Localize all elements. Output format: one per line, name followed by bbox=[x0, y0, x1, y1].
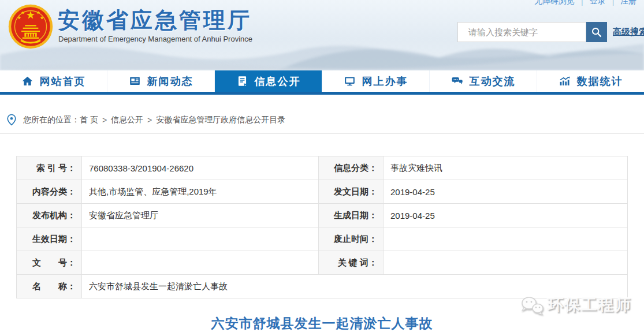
search-button[interactable] bbox=[586, 22, 607, 42]
breadcrumb-info-disclosure[interactable]: 信息公开 bbox=[111, 115, 143, 125]
accessibility-link[interactable]: 无障碍浏览 bbox=[534, 0, 575, 6]
index-number-value: 76080338-3/201904-26620 bbox=[82, 156, 319, 180]
main-nav: 网站首页 新闻动态 信息公开 bbox=[0, 70, 644, 95]
expiry-date-label: 废止时间： bbox=[319, 227, 384, 251]
breadcrumb-home[interactable]: 首 页 bbox=[80, 115, 98, 125]
issue-date-label: 发文日期： bbox=[319, 180, 384, 204]
watermark: 环保工程师 bbox=[520, 294, 631, 315]
page: 安徽省应急管理厅 Department of Emergency Managem… bbox=[0, 0, 644, 336]
publisher-label: 发布机构： bbox=[17, 204, 82, 227]
login-link[interactable]: 登录 bbox=[590, 0, 606, 6]
register-link[interactable]: 注册 bbox=[620, 0, 636, 6]
advanced-search-link[interactable]: 高级搜索 bbox=[613, 27, 644, 38]
nav-item-label: 新闻动态 bbox=[147, 74, 193, 88]
monitor-icon bbox=[344, 75, 356, 87]
keywords-value bbox=[384, 251, 628, 275]
watermark-text: 环保工程师 bbox=[548, 294, 631, 315]
issue-date-value: 2019-04-25 bbox=[384, 180, 628, 204]
stats-icon bbox=[559, 75, 571, 87]
nav-item-online-services[interactable]: 网上办事 bbox=[322, 70, 429, 92]
breadcrumb-separator: > bbox=[102, 115, 107, 125]
nav-item-label: 信息公开 bbox=[255, 74, 301, 88]
doc-number-value bbox=[82, 251, 319, 275]
generated-date-label: 生成日期： bbox=[319, 204, 384, 227]
wechat-bubbles-icon bbox=[520, 294, 544, 315]
content-category-label: 内容分类： bbox=[17, 180, 82, 204]
expiry-date-value bbox=[384, 227, 628, 251]
info-category-value: 事故灾难快讯 bbox=[384, 156, 628, 180]
nav-item-label: 互动交流 bbox=[470, 74, 516, 88]
doc-number-label: 文 号： bbox=[17, 251, 82, 275]
nav-item-news[interactable]: 新闻动态 bbox=[107, 70, 214, 92]
home-icon bbox=[21, 75, 33, 87]
top-utility-links: 无障碍浏览 | 登录 | 注册 bbox=[534, 0, 636, 6]
search-icon bbox=[590, 26, 603, 39]
link-separator: | bbox=[612, 0, 615, 6]
national-emblem-logo[interactable] bbox=[7, 3, 54, 50]
breadcrumb-prefix: 您所在的位置： bbox=[23, 115, 80, 125]
location-pin-icon bbox=[6, 114, 17, 126]
site-subtitle: Department of Emergency Management of An… bbox=[58, 35, 252, 43]
nav-item-interaction[interactable]: 互动交流 bbox=[429, 70, 537, 92]
nav-item-label: 网上办事 bbox=[362, 74, 408, 88]
generated-date-value: 2019-04-25 bbox=[384, 204, 628, 227]
nav-item-label: 网站首页 bbox=[40, 74, 86, 88]
effective-date-value bbox=[82, 227, 319, 251]
info-category-label: 信息分类： bbox=[319, 156, 384, 180]
site-title: 安徽省应急管理厅 bbox=[58, 6, 252, 35]
keywords-label: 关 键 词： bbox=[319, 251, 384, 275]
chat-icon bbox=[451, 75, 463, 87]
content-category-value: 其他,市场监管、应急管理,2019年 bbox=[82, 180, 319, 204]
table-row: 发布机构： 安徽省应急管理厅 生成日期： 2019-04-25 bbox=[17, 204, 628, 227]
news-icon bbox=[129, 75, 141, 87]
table-row: 内容分类： 其他,市场监管、应急管理,2019年 发文日期： 2019-04-2… bbox=[17, 180, 628, 204]
site-header: 安徽省应急管理厅 Department of Emergency Managem… bbox=[0, 0, 644, 70]
document-info-table: 索 引 号： 76080338-3/201904-26620 信息分类： 事故灾… bbox=[16, 156, 628, 298]
nav-item-home[interactable]: 网站首页 bbox=[0, 70, 107, 92]
search-input[interactable] bbox=[457, 22, 586, 42]
breadcrumb-separator: > bbox=[147, 115, 152, 125]
publisher-value: 安徽省应急管理厅 bbox=[82, 204, 319, 227]
nav-item-label: 数据统计 bbox=[577, 74, 623, 88]
index-number-label: 索 引 号： bbox=[17, 156, 82, 180]
table-row: 生效日期： 废止时间： bbox=[17, 227, 628, 251]
breadcrumb-directory[interactable]: 安徽省应急管理厅政府信息公开目录 bbox=[156, 115, 285, 125]
document-icon bbox=[236, 75, 248, 87]
table-row: 文 号： 关 键 词： bbox=[17, 251, 628, 275]
nav-item-statistics[interactable]: 数据统计 bbox=[537, 70, 644, 92]
effective-date-label: 生效日期： bbox=[17, 227, 82, 251]
nav-item-info-disclosure[interactable]: 信息公开 bbox=[214, 70, 322, 92]
link-separator: | bbox=[581, 0, 583, 6]
breadcrumb: 您所在的位置： 首 页 > 信息公开 > 安徽省应急管理厅政府信息公开目录 bbox=[0, 107, 644, 134]
article-title: 六安市舒城县发生一起清淤亡人事故 bbox=[0, 315, 644, 333]
name-label: 名 称： bbox=[17, 275, 82, 298]
table-row: 索 引 号： 76080338-3/201904-26620 信息分类： 事故灾… bbox=[17, 156, 628, 180]
